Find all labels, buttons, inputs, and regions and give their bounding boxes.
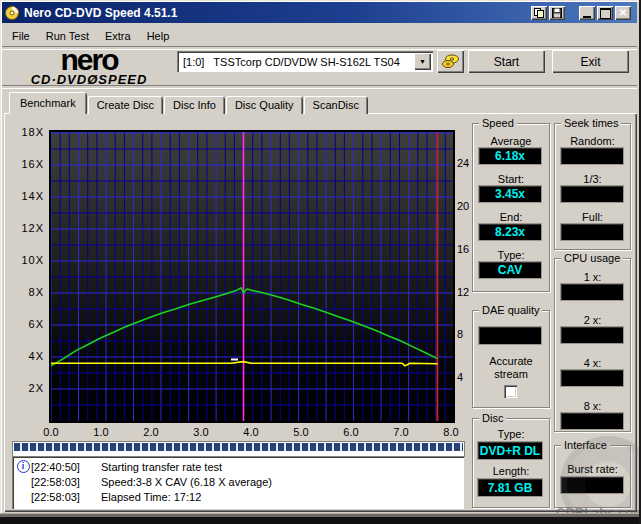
accurate-stream-label-2: stream [473, 368, 549, 380]
dae-quality-group-title: DAE quality [479, 304, 542, 316]
close-icon: ✕ [619, 8, 627, 18]
window-edge [0, 517, 641, 524]
eject-disc-icon [442, 54, 460, 69]
x-axis-tick: 3.0 [187, 426, 215, 438]
left-axis-tick: 6X [10, 318, 44, 330]
copy-icon [534, 8, 544, 18]
menu-run-test[interactable]: Run Test [38, 28, 97, 44]
right-axis-tick: 8 [457, 328, 463, 340]
cpu-usage-group: CPU usage 1 x: 2 x: 4 x: 8 x: [554, 258, 631, 432]
maximize-button[interactable] [597, 6, 613, 20]
end-speed-display: 8.23x [479, 224, 541, 240]
seek-times-group-title: Seek times [561, 117, 621, 129]
app-icon [5, 5, 21, 21]
cpu-2x-label: 2 x: [555, 314, 630, 326]
log-message: Speed:3-8 X CAV (6.18 X average) [101, 476, 272, 488]
left-axis-tick: 8X [10, 286, 44, 298]
one-third-seek-display [561, 186, 623, 202]
transfer-rate-chart [49, 130, 455, 423]
dae-quality-group: DAE quality Accurate stream [472, 310, 550, 408]
tab-create-disc-label: Create Disc [97, 99, 154, 111]
right-axis-tick: 4 [457, 371, 463, 383]
x-axis-tick: 0.0 [37, 426, 65, 438]
window-title: Nero CD-DVD Speed 4.51.1 [24, 6, 177, 20]
disc-type-display: DVD+R DL [478, 442, 542, 459]
drive-dropdown-button[interactable]: ▼ [414, 53, 431, 70]
random-seek-display [561, 148, 623, 164]
tab-strip: Benchmark Create Disc Disc Info Disc Qua… [9, 92, 369, 114]
logo-text-nero: nero [14, 47, 164, 73]
menu-file[interactable]: File [4, 28, 38, 44]
x-axis-tick: 1.0 [87, 426, 115, 438]
nero-logo: nero CD·DVDØSPEED [14, 47, 164, 87]
minimize-icon [583, 16, 591, 18]
chart-plot-area [51, 132, 453, 421]
disc-type-label: Type: [473, 428, 549, 440]
end-label: End: [473, 211, 549, 223]
seek-times-group: Seek times Random: 1/3: Full: [554, 123, 631, 250]
speed-type-label: Type: [473, 249, 549, 261]
accurate-stream-label: Accurate [473, 355, 549, 367]
speed-group: Speed Average 6.18x Start: 3.45x End: 8.… [472, 123, 550, 292]
tab-disc-quality[interactable]: Disc Quality [226, 96, 303, 114]
speed-type-display: CAV [479, 262, 541, 278]
cpu-1x-display [561, 284, 623, 300]
x-axis-tick: 8.0 [437, 426, 465, 438]
log-time: [22:40:50] [31, 461, 91, 473]
exit-button[interactable]: Exit [552, 50, 629, 73]
tab-scandisc-label: ScanDisc [313, 99, 359, 111]
dae-quality-display [479, 327, 541, 344]
left-axis-tick: 12X [10, 222, 44, 234]
cpu-4x-label: 4 x: [555, 357, 630, 369]
info-icon: i [17, 460, 30, 473]
cpu-2x-display [561, 327, 623, 343]
log-row: [22:58:03] Elapsed Time: 17:12 [15, 489, 464, 504]
tab-create-disc[interactable]: Create Disc [88, 96, 163, 114]
log-time: [22:58:03] [31, 491, 91, 503]
menu-extra[interactable]: Extra [97, 28, 139, 44]
log-message: Elapsed Time: 17:12 [101, 491, 201, 503]
left-axis-tick: 10X [10, 254, 44, 266]
save-results-button[interactable] [549, 6, 565, 20]
log-message: Starting transfer rate test [101, 461, 222, 473]
disc-group-title: Disc [479, 412, 506, 424]
right-axis-tick: 20 [457, 200, 469, 212]
x-axis-tick: 4.0 [237, 426, 265, 438]
tab-disc-info[interactable]: Disc Info [164, 96, 225, 114]
right-axis-tick: 16 [457, 243, 469, 255]
drive-selector[interactable]: [1:0] TSSTcorp CD/DVDW SH-S162L TS04 ▼ [177, 51, 433, 72]
menu-help[interactable]: Help [139, 28, 178, 44]
disc-length-label: Length: [473, 465, 549, 477]
log-row: [22:58:03] Speed:3-8 X CAV (6.18 X avera… [15, 474, 464, 489]
full-seek-display [561, 224, 623, 240]
cpu-1x-label: 1 x: [555, 271, 630, 283]
start-label: Start: [473, 173, 549, 185]
x-axis-tick: 6.0 [337, 426, 365, 438]
disc-length-display: 7.81 GB [478, 479, 542, 496]
x-axis-tick: 7.0 [387, 426, 415, 438]
tab-benchmark-label: Benchmark [20, 97, 76, 109]
average-speed-display: 6.18x [479, 148, 541, 164]
eject-button[interactable] [437, 50, 464, 73]
right-axis-tick: 24 [457, 157, 469, 169]
title-bar[interactable]: Nero CD-DVD Speed 4.51.1 [2, 2, 637, 23]
x-axis-tick: 5.0 [287, 426, 315, 438]
x-axis-tick: 2.0 [137, 426, 165, 438]
right-axis-tick: 12 [457, 286, 469, 298]
close-button[interactable]: ✕ [615, 6, 631, 20]
save-floppy-icon [552, 8, 562, 18]
random-seek-label: Random: [555, 135, 630, 147]
accurate-stream-checkbox[interactable] [504, 385, 517, 398]
speed-group-title: Speed [479, 117, 517, 129]
tab-benchmark[interactable]: Benchmark [9, 92, 87, 114]
status-log: i [22:40:50] Starting transfer rate test… [12, 456, 464, 509]
drive-selector-value: [1:0] TSSTcorp CD/DVDW SH-S162L TS04 [183, 56, 414, 68]
cpu-8x-label: 8 x: [555, 400, 630, 412]
cpu-usage-group-title: CPU usage [561, 252, 623, 264]
minimize-button[interactable] [579, 6, 595, 20]
log-row: i [22:40:50] Starting transfer rate test [15, 459, 464, 474]
tab-scandisc[interactable]: ScanDisc [304, 96, 368, 114]
copy-screenshot-button[interactable] [531, 6, 547, 20]
start-button[interactable]: Start [468, 50, 545, 73]
start-button-label: Start [494, 55, 519, 69]
